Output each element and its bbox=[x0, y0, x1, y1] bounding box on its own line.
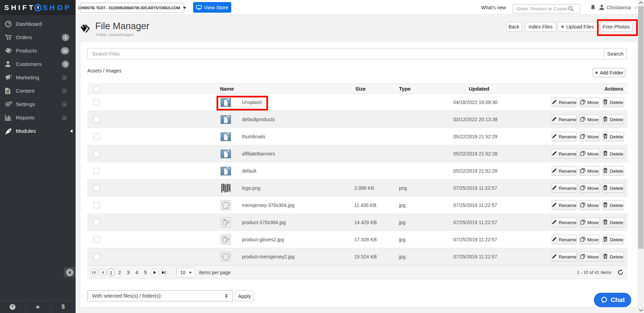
delete-button[interactable]: Delete bbox=[602, 252, 624, 262]
file-name[interactable]: defaultproducts bbox=[242, 111, 275, 128]
column-header-name[interactable]: Name bbox=[220, 84, 234, 94]
move-button[interactable]: Move bbox=[579, 149, 600, 159]
move-button[interactable]: Move bbox=[579, 115, 600, 124]
add-folder-button[interactable]: +Add Folder bbox=[593, 68, 625, 77]
delete-button[interactable]: Delete bbox=[602, 115, 624, 124]
notifications-bell-icon[interactable] bbox=[590, 4, 596, 11]
column-header-type[interactable]: Type bbox=[399, 84, 411, 94]
rename-button[interactable]: Rename bbox=[552, 218, 577, 227]
rename-button[interactable]: Rename bbox=[552, 235, 577, 244]
sidebar-item-customers[interactable]: Customers1 bbox=[0, 57, 76, 71]
file-name[interactable]: default bbox=[242, 162, 256, 179]
file-name[interactable]: affiliateBanners bbox=[242, 145, 275, 162]
select-all-checkbox[interactable] bbox=[93, 86, 100, 92]
file-name[interactable]: product-gloves2.jpg bbox=[242, 231, 284, 248]
row-checkbox[interactable] bbox=[93, 168, 100, 174]
file-name[interactable]: mensjersey-370x304.jpg bbox=[242, 197, 295, 214]
scrollbar-thumb[interactable] bbox=[638, 6, 644, 249]
move-button[interactable]: Move bbox=[579, 218, 600, 227]
file-name[interactable]: Unsplash bbox=[242, 94, 262, 111]
current-page-button[interactable]: 1 bbox=[107, 268, 115, 277]
sidebar-item-marketing[interactable]: Marketing+ bbox=[0, 71, 76, 84]
page-5-button[interactable]: 5 bbox=[142, 266, 149, 279]
help-button[interactable]: ? bbox=[0, 301, 25, 313]
rename-button[interactable]: Rename bbox=[552, 97, 577, 107]
sidebar-item-orders[interactable]: Orders1 bbox=[0, 31, 76, 44]
page-4-button[interactable]: 4 bbox=[133, 266, 140, 279]
shift4shop-logo[interactable]: SHIFT4SHOP bbox=[0, 0, 76, 15]
delete-button[interactable]: Delete bbox=[602, 235, 624, 244]
row-checkbox[interactable] bbox=[93, 185, 100, 191]
row-checkbox[interactable] bbox=[93, 99, 100, 105]
move-button[interactable]: Move bbox=[579, 235, 600, 244]
favorites-button[interactable]: ★ bbox=[25, 301, 51, 313]
row-checkbox[interactable] bbox=[93, 202, 100, 208]
apply-button[interactable]: Apply bbox=[235, 290, 254, 301]
rename-button[interactable]: Rename bbox=[552, 200, 577, 210]
page-2-button[interactable]: 2 bbox=[116, 266, 123, 279]
search-icon[interactable] bbox=[568, 6, 574, 12]
move-button[interactable]: Move bbox=[579, 132, 600, 141]
move-button[interactable]: Move bbox=[579, 252, 600, 262]
sidebar-item-products[interactable]: Products11 bbox=[0, 44, 76, 57]
with-selected-dropdown[interactable]: With selected files(s) / folder(s): bbox=[87, 290, 233, 301]
row-checkbox[interactable] bbox=[93, 151, 100, 157]
rename-button[interactable]: Rename bbox=[552, 149, 577, 159]
view-store-button[interactable]: View Store bbox=[193, 2, 231, 13]
items-per-page-select[interactable]: 10 bbox=[176, 268, 195, 277]
sidebar-item-reports[interactable]: Reports+ bbox=[0, 111, 76, 124]
delete-button[interactable]: Delete bbox=[602, 166, 624, 176]
delete-button[interactable]: Delete bbox=[602, 218, 624, 227]
delete-button[interactable]: Delete bbox=[602, 200, 624, 210]
first-page-button[interactable] bbox=[90, 268, 98, 277]
sidebar-item-content[interactable]: Content+ bbox=[0, 84, 76, 97]
global-search-input[interactable] bbox=[513, 6, 567, 11]
row-checkbox[interactable] bbox=[93, 254, 100, 260]
sidebar-item-dashboard[interactable]: Dashboard bbox=[0, 17, 76, 31]
scroll-down-icon[interactable] bbox=[639, 308, 643, 311]
move-button[interactable]: Move bbox=[579, 97, 600, 107]
move-button[interactable]: Move bbox=[579, 200, 600, 210]
free-photos-button[interactable]: Free Photos bbox=[600, 22, 632, 32]
move-button[interactable]: Move bbox=[579, 166, 600, 176]
rename-button[interactable]: Rename bbox=[552, 166, 577, 176]
last-page-button[interactable] bbox=[159, 268, 168, 277]
rename-button[interactable]: Rename bbox=[552, 252, 577, 262]
move-button[interactable]: Move bbox=[579, 183, 600, 193]
refresh-icon[interactable] bbox=[618, 269, 623, 275]
sidebar-collapse-button[interactable] bbox=[64, 267, 76, 278]
column-header-size[interactable]: Size bbox=[355, 84, 366, 94]
rename-button[interactable]: Rename bbox=[552, 183, 577, 193]
page-3-button[interactable]: 3 bbox=[125, 266, 132, 279]
row-checkbox[interactable] bbox=[93, 116, 100, 123]
search-files-input[interactable] bbox=[87, 48, 604, 59]
delete-button[interactable]: Delete bbox=[602, 132, 624, 141]
chat-button[interactable]: Chat bbox=[594, 293, 631, 307]
row-checkbox[interactable] bbox=[93, 236, 100, 243]
index-files-button[interactable]: Index Files bbox=[525, 22, 556, 32]
previous-page-button[interactable] bbox=[98, 268, 107, 277]
file-name[interactable]: product-mensjersey2.jpg bbox=[242, 248, 295, 265]
delete-button[interactable]: Delete bbox=[602, 149, 624, 159]
user-menu[interactable]: Christianna bbox=[599, 0, 636, 15]
file-name[interactable]: product-370x304.jpg bbox=[242, 214, 286, 231]
store-selector-dropdown[interactable]: CHRISTIE TEST - 311D59520840700.3DCARTST… bbox=[80, 3, 184, 13]
sidebar-item-modules[interactable]: Modules bbox=[0, 124, 76, 138]
search-files-button[interactable]: Search bbox=[604, 48, 627, 59]
delete-button[interactable]: Delete bbox=[602, 183, 624, 193]
row-checkbox[interactable] bbox=[93, 134, 100, 140]
row-checkbox[interactable] bbox=[93, 219, 100, 225]
rename-button[interactable]: Rename bbox=[552, 132, 577, 141]
scroll-up-icon[interactable] bbox=[639, 1, 643, 5]
file-name[interactable]: thumbnails bbox=[242, 128, 265, 145]
file-name[interactable]: logo.png bbox=[242, 179, 260, 197]
upload-files-button[interactable]: +Upload Files bbox=[558, 22, 597, 32]
billing-button[interactable]: $ bbox=[50, 301, 76, 313]
back-button[interactable]: Back bbox=[506, 22, 522, 32]
next-page-button[interactable] bbox=[151, 268, 159, 277]
column-header-updated[interactable]: Updated bbox=[452, 84, 507, 94]
sidebar-item-settings[interactable]: Settings+ bbox=[0, 97, 76, 111]
rename-button[interactable]: Rename bbox=[552, 115, 577, 124]
page-scrollbar[interactable] bbox=[638, 0, 644, 313]
delete-button[interactable]: Delete bbox=[602, 97, 624, 107]
